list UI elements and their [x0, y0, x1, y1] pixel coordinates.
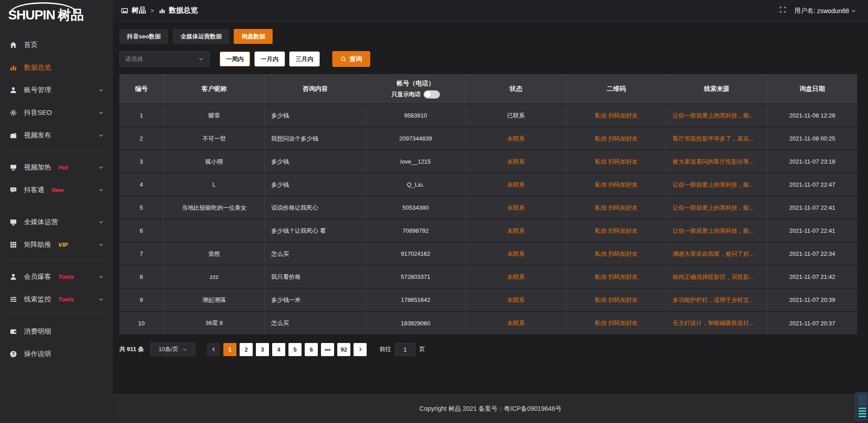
cell-qrcode-link[interactable]: 私信 扫码加好友 [566, 242, 666, 265]
next-page-button[interactable] [354, 343, 367, 356]
sidebar-item[interactable]: 抖音SEO [0, 101, 113, 124]
page-number-button[interactable]: 3 [256, 343, 269, 356]
table-header-row: 编号客户昵称咨询内容帐号（电话）只显示电话状态二维码线索来源询盘日期 [119, 74, 857, 104]
sidebar-item[interactable]: 视频加热Hot [0, 156, 113, 179]
username: zswodun88 [817, 7, 849, 14]
page-number-button[interactable]: 6 [305, 343, 318, 356]
breadcrumb-root[interactable]: 树品 [132, 6, 146, 15]
cell-qrcode-link[interactable]: 私信 扫码加好友 [566, 127, 666, 150]
search-button[interactable]: 查询 [332, 51, 370, 67]
page-size-select[interactable]: 10条/页 [150, 343, 195, 356]
cell-source-link[interactable]: 多功能护栏灯，适用于乡村文... [666, 288, 767, 311]
cell-qrcode-link[interactable]: 私信 扫码加好友 [566, 150, 666, 173]
cell-source-link[interactable]: 被大家追着问的客厅投影分享... [666, 150, 767, 173]
cell-qrcode-link[interactable]: 私信 扫码加好友 [566, 288, 666, 311]
cell-id: 9 [119, 288, 164, 311]
cell-source-link[interactable]: 客厅安装投影半年多了，真实... [666, 127, 767, 150]
page-jump-input[interactable] [395, 343, 415, 356]
tab-active[interactable]: 询盘数据 [234, 29, 273, 44]
sidebar-item[interactable]: 会员爆客Tools [0, 265, 113, 288]
cell-content: 多少钱一米 [264, 288, 366, 311]
tab-item[interactable]: 抖音seo数据 [119, 29, 168, 44]
sidebar-item[interactable]: 视频发布 [0, 124, 113, 146]
sidebar-item-badge: Tools [58, 273, 74, 280]
sidebar-divider [7, 206, 106, 206]
sidebar-item[interactable]: 账号管理 [0, 79, 113, 101]
sidebar-item-badge: Tools [58, 296, 74, 303]
prev-page-button[interactable] [207, 343, 220, 356]
cell-qrcode-link[interactable]: 私信 扫码加好友 [566, 196, 666, 219]
grid-icon [9, 241, 18, 249]
range-button[interactable]: 一月内 [255, 52, 285, 66]
cell-source-link[interactable]: 让你一眼就爱上的黑科技，能... [666, 196, 767, 219]
fullscreen-icon[interactable] [779, 6, 786, 15]
phone-only-toggle[interactable] [424, 90, 440, 99]
cell-id: 4 [119, 173, 164, 196]
chevron-down-icon [98, 164, 104, 170]
filter-select[interactable]: 请选择 [119, 51, 210, 67]
column-header: 客户昵称 [164, 74, 265, 104]
cell-source-link[interactable]: 让你一眼就爱上的黑科技，能... [666, 173, 767, 196]
page-number-button[interactable]: 92 [337, 343, 350, 356]
sidebar-item[interactable]: 首页 [0, 33, 113, 56]
cell-date: 2021-11-07 22:47 [767, 173, 857, 196]
cell-qrcode-link[interactable]: 私信 扫码加好友 [566, 265, 666, 288]
page-number-button[interactable]: 4 [272, 343, 285, 356]
column-header: 编号 [119, 74, 164, 104]
monitor-stand-icon [9, 164, 18, 171]
range-button[interactable]: 三月内 [289, 52, 320, 66]
page-number-button[interactable]: 1 [223, 343, 236, 356]
sidebar-item-label: 操作说明 [24, 350, 51, 358]
sidebar-item[interactable]: 抖客通New [0, 179, 113, 201]
cell-source-link[interactable]: 让你一眼就爱上的黑科技，能... [666, 219, 767, 242]
cell-date: 2021-11-07 21:42 [767, 265, 857, 288]
cell-nickname: 当地比较能吃的一位美女 [164, 196, 265, 219]
page-jump-prefix: 前往 [379, 345, 391, 353]
cell-status: 未联系 [465, 288, 566, 311]
topbar: 树品 > 数据总览 用户名: zswodun88 [113, 0, 868, 22]
sidebar: SHUPIN树品 首页数据总览账号管理抖音SEO视频发布视频加热Hot抖客通Ne… [0, 0, 113, 423]
tab-item[interactable]: 全媒体运营数据 [173, 29, 229, 44]
contact-widget[interactable] [855, 392, 868, 420]
page-number-button[interactable]: ••• [321, 343, 334, 356]
range-button[interactable]: 一周内 [220, 52, 250, 66]
cell-source-link[interactable]: 无主灯设计，智能磁吸轨道灯... [666, 311, 767, 334]
sidebar-item[interactable]: 数据总览 [0, 56, 113, 79]
table-row: 4L多少钱Q_Liu.未联系私信 扫码加好友让你一眼就爱上的黑科技，能...20… [119, 173, 857, 196]
cell-nickname: 潮起潮落 [164, 288, 265, 311]
sidebar-item[interactable]: 矩阵助推VIP [0, 233, 113, 256]
page-number-button[interactable]: 2 [240, 343, 253, 356]
cell-content: 我只看价格 [264, 265, 366, 288]
cell-nickname: 觉然 [164, 242, 265, 265]
sidebar-item-label: 抖音SEO [24, 108, 52, 117]
cell-source-link[interactable]: 感谢大家喜欢我家，被问了好... [666, 242, 767, 265]
screen-icon [9, 218, 18, 226]
data-tabs: 抖音seo数据全媒体运营数据询盘数据 [119, 29, 857, 44]
sidebar-item[interactable]: 全媒体运营 [0, 211, 113, 233]
gear-icon [9, 109, 18, 117]
cell-qrcode-link[interactable]: 私信 扫码加好友 [566, 173, 666, 196]
cell-qrcode-link[interactable]: 私信 扫码加好友 [566, 219, 666, 242]
chevron-down-icon [98, 187, 104, 193]
cell-source-link[interactable]: 如何正确选择投影仪，买投影... [666, 265, 767, 288]
cell-status: 未联系 [465, 265, 566, 288]
sidebar-item[interactable]: 线索监控Tools [0, 288, 113, 310]
sidebar-item[interactable]: 消费明细 [0, 320, 113, 343]
cell-date: 2021-11-08 00:25 [767, 127, 857, 150]
cell-id: 8 [119, 265, 164, 288]
sidebar-item-label: 数据总览 [24, 63, 51, 72]
search-button-label: 查询 [349, 55, 362, 63]
cell-content: 怎么买 [264, 311, 366, 334]
cell-date: 2021-11-07 22:41 [767, 219, 857, 242]
cell-source-link[interactable]: 让你一眼就爱上的黑科技，能... [666, 104, 767, 127]
filter-select-placeholder: 请选择 [125, 55, 143, 63]
cell-account: Q_Liu. [366, 173, 465, 196]
sliders-icon [9, 296, 18, 303]
user-menu[interactable]: 用户名: zswodun88 [794, 7, 856, 15]
cell-qrcode-link[interactable]: 私信 扫码加好友 [566, 104, 666, 127]
cell-nickname: 暧章 [164, 104, 265, 127]
page-number-button[interactable]: 5 [288, 343, 302, 356]
sidebar-item-label: 消费明细 [24, 327, 51, 336]
cell-qrcode-link[interactable]: 私信 扫码加好友 [566, 311, 666, 334]
sidebar-item[interactable]: ?操作说明 [0, 343, 113, 365]
